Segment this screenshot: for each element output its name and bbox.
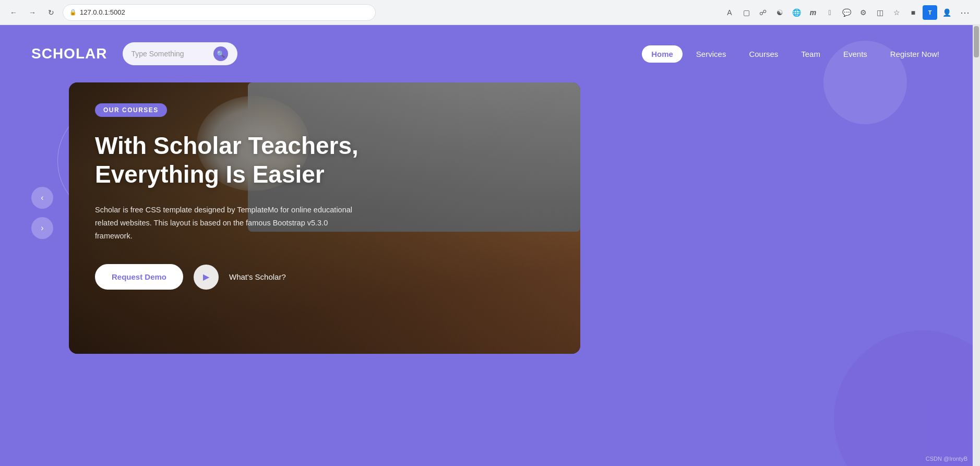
split-view-icon[interactable]: ◫ <box>873 5 887 20</box>
shield-icon[interactable]: 🋻 <box>822 5 837 20</box>
search-icon: 🔍 <box>217 50 225 58</box>
header: SCHOLAR 🔍 Home Services Courses Team Eve… <box>0 25 980 82</box>
m-icon[interactable]: m <box>806 5 820 20</box>
slider-arrows: ‹ › <box>31 187 53 239</box>
nav-services[interactable]: Services <box>687 45 736 63</box>
request-demo-button[interactable]: Request Demo <box>95 264 183 290</box>
slider-next-button[interactable]: › <box>31 217 53 239</box>
browser-chrome: ← → ↻ 🔒 127.0.0.1:5002 A ▢ ☍ ☯ 🌐 m 🋻 💬 ⚙… <box>0 0 980 25</box>
site-logo: SCHOLAR <box>31 45 107 62</box>
whats-scholar-label: What's Scholar? <box>229 272 286 281</box>
nav-events[interactable]: Events <box>834 45 877 63</box>
tab-icon[interactable]: T <box>923 5 937 20</box>
extensions-icon[interactable]: ■ <box>906 5 921 20</box>
slider-prev-button[interactable]: ‹ <box>31 187 53 209</box>
nav-team[interactable]: Team <box>792 45 830 63</box>
nav-back-button[interactable]: ← <box>6 5 21 20</box>
more-options-button[interactable]: ⋯ <box>956 5 974 20</box>
bookmark-icon[interactable]: ☆ <box>889 5 904 20</box>
scrollbar-thumb[interactable] <box>974 26 979 57</box>
footer-note: CSDN @IrontyB <box>926 456 967 462</box>
search-button[interactable]: 🔍 <box>213 46 228 61</box>
settings-icon[interactable]: ⚙ <box>856 5 870 20</box>
main-nav: Home Services Courses Team Events Regist… <box>642 45 949 63</box>
font-size-icon[interactable]: A <box>722 5 737 20</box>
nav-register[interactable]: Register Now! <box>881 45 949 63</box>
lock-icon: 🔒 <box>69 9 77 16</box>
scrollbar-track[interactable] <box>973 25 980 466</box>
nav-home[interactable]: Home <box>642 45 683 63</box>
page-wrapper: SCHOLAR 🔍 Home Services Courses Team Eve… <box>0 25 980 466</box>
hero-content: OUR COURSES With Scholar Teachers, Every… <box>69 82 580 310</box>
hero-description: Scholar is free CSS template designed by… <box>95 204 356 242</box>
screenshot-icon[interactable]: ▢ <box>739 5 754 20</box>
search-input[interactable] <box>131 50 209 58</box>
url-text: 127.0.0.1:5002 <box>80 8 125 16</box>
chat-icon[interactable]: 💬 <box>839 5 854 20</box>
globe-icon[interactable]: 🌐 <box>789 5 804 20</box>
hero-section: ‹ › OUR COURSES With Scholar Teachers, E… <box>0 82 980 354</box>
nav-courses[interactable]: Courses <box>739 45 787 63</box>
extension-icon[interactable]: ☯ <box>772 5 787 20</box>
user-avatar[interactable]: 👤 <box>939 5 954 20</box>
our-courses-badge: OUR COURSES <box>95 103 167 117</box>
hero-actions: Request Demo ▶ What's Scholar? <box>95 264 554 290</box>
search-bar[interactable]: 🔍 <box>123 42 237 65</box>
nav-forward-button[interactable]: → <box>25 5 40 20</box>
nav-refresh-button[interactable]: ↻ <box>44 5 58 20</box>
hero-title: With Scholar Teachers, Everything Is Eas… <box>95 132 377 189</box>
address-bar[interactable]: 🔒 127.0.0.1:5002 <box>63 4 376 21</box>
hero-card: OUR COURSES With Scholar Teachers, Every… <box>69 82 580 354</box>
browser-toolbar: A ▢ ☍ ☯ 🌐 m 🋻 💬 ⚙ ◫ ☆ ■ T 👤 ⋯ <box>722 5 974 20</box>
translate-icon[interactable]: ☍ <box>756 5 770 20</box>
play-button[interactable]: ▶ <box>194 265 219 290</box>
play-icon: ▶ <box>203 272 209 282</box>
